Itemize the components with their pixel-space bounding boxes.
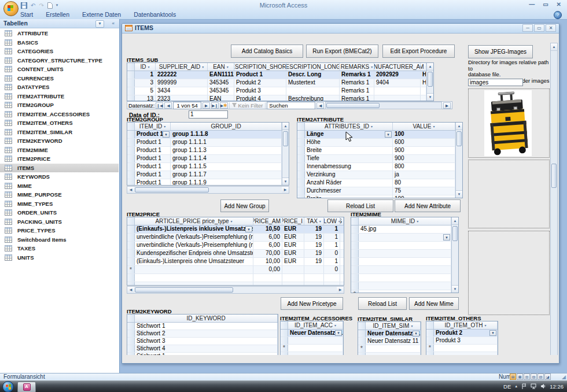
- table-row[interactable]: [426, 352, 498, 355]
- combo-dropdown-icon[interactable]: ▼: [335, 330, 342, 336]
- table-row[interactable]: [281, 352, 343, 355]
- table-cell[interactable]: Produkt 2▼: [434, 330, 498, 336]
- column-header-attributes-id[interactable]: ATTRIBUTES_ID▾: [305, 123, 393, 130]
- table-row[interactable]: ▼: [351, 234, 458, 242]
- column-header-id-item-sim[interactable]: ID_ITEM_SIM▾: [366, 322, 421, 330]
- table-cell[interactable]: 5: [135, 87, 156, 95]
- scrollbar-thumb[interactable]: [456, 131, 462, 146]
- table-cell[interactable]: [340, 242, 344, 249]
- table-cell[interactable]: group 1.1.1.7: [171, 171, 282, 179]
- record-selector[interactable]: [127, 242, 135, 249]
- maximize-button[interactable]: ▭: [543, 1, 548, 8]
- table-cell[interactable]: 2092929: [374, 71, 421, 79]
- record-selector[interactable]: [297, 155, 305, 162]
- recnav-scroll-left-icon[interactable]: ◀: [316, 102, 324, 109]
- nav-collapse-icon[interactable]: «: [112, 20, 115, 27]
- record-selector[interactable]: [351, 282, 359, 290]
- table-cell[interactable]: [359, 242, 451, 249]
- sidebar-item-mime-purpose[interactable]: MIME_PURPOSE: [0, 190, 119, 199]
- scroll-right-icon[interactable]: ▶: [282, 187, 289, 193]
- filter-indicator[interactable]: Kein Filter: [229, 102, 266, 109]
- record-selector[interactable]: [297, 131, 305, 138]
- table-cell[interactable]: Remarks 1: [340, 71, 374, 79]
- scroll-down-icon[interactable]: ▼: [282, 177, 289, 185]
- scroll-up-icon[interactable]: ▲: [282, 123, 289, 130]
- record-selector[interactable]: [297, 147, 305, 154]
- reload-list-button-2[interactable]: Reload List: [358, 297, 407, 310]
- table-cell[interactable]: group 1.1.1.1: [171, 139, 282, 146]
- table-cell[interactable]: group 1.1.1.4: [171, 155, 282, 162]
- sidebar-item-category-structure-type[interactable]: CATEGORY_STRUCTURE_TYPE: [0, 56, 119, 65]
- table-row[interactable]: 3999999345345Produkt 2MustertextRemarks …: [127, 79, 433, 87]
- scroll-up-icon[interactable]: ▲: [551, 43, 557, 51]
- table-row[interactable]: *: [281, 345, 343, 352]
- table-cell[interactable]: unverbindliche (Verkaufs-)Preisempfehlun…: [135, 242, 253, 249]
- column-header-id-item-oth[interactable]: ID_ITEM_OTH▾: [434, 321, 498, 329]
- table-cell[interactable]: [282, 282, 304, 286]
- table-row[interactable]: Durchmesser75: [297, 187, 462, 195]
- table-cell[interactable]: (Einkaufs-)Listenpreis ohne Umsatzsteuer: [135, 258, 253, 265]
- table-cell[interactable]: Mustertext: [286, 79, 340, 87]
- table-cell[interactable]: [304, 274, 324, 282]
- column-filter-icon[interactable]: ▾: [164, 124, 165, 128]
- table-cell[interactable]: [288, 352, 343, 355]
- record-selector[interactable]: [127, 258, 135, 265]
- table-cell[interactable]: H: [421, 71, 426, 79]
- record-selector[interactable]: [127, 250, 135, 257]
- column-filter-icon[interactable]: ▾: [417, 219, 418, 223]
- new-record-selector[interactable]: *: [281, 345, 288, 352]
- table-row[interactable]: (Einkaufs-)Listenpreis ohne Umsatzsteuer…: [127, 258, 344, 266]
- sidebar-item-currencies[interactable]: CURRENCIES: [0, 74, 119, 83]
- table-cell[interactable]: 2323: [156, 95, 208, 101]
- table-cell[interactable]: 9404: [374, 79, 421, 87]
- table-cell[interactable]: Produkt 3: [234, 87, 286, 95]
- scroll-down-icon[interactable]: ▼: [452, 285, 458, 293]
- select-all-corner[interactable]: [351, 217, 359, 225]
- form-view-button[interactable]: ▤: [510, 373, 516, 380]
- table-cell[interactable]: [359, 274, 451, 282]
- table-row[interactable]: Tiefe900: [297, 155, 462, 163]
- table-cell[interactable]: group 1.1.1.8: [171, 131, 282, 138]
- table-cell[interactable]: [282, 274, 304, 282]
- table-cell[interactable]: 19: [304, 242, 324, 249]
- column-header-mime-id[interactable]: MIME_ID▾: [359, 217, 451, 225]
- record-selector[interactable]: [281, 352, 288, 355]
- table-cell[interactable]: 345345: [208, 87, 234, 95]
- table-row[interactable]: *: [351, 290, 458, 293]
- item2group-horizontal-scrollbar[interactable]: ◀▶: [127, 186, 289, 194]
- form-maximize-button[interactable]: ▭: [534, 24, 544, 32]
- column-filter-icon[interactable]: ▾: [148, 65, 149, 69]
- record-selector[interactable]: [351, 250, 359, 257]
- run-export-button[interactable]: Run Export (BMECat2): [306, 45, 378, 58]
- table-row[interactable]: Stichwort 4: [127, 345, 278, 353]
- tab-datenbanktools[interactable]: Datenbanktools: [127, 10, 182, 19]
- tray-network-icon[interactable]: [531, 383, 537, 389]
- table-cell[interactable]: Neuer Datensatz 11: [366, 338, 421, 345]
- record-selector[interactable]: [127, 225, 135, 233]
- table-cell[interactable]: [253, 274, 282, 282]
- record-selector[interactable]: [297, 179, 305, 187]
- table-cell[interactable]: [135, 274, 253, 282]
- table-row[interactable]: Product 1group 1.1.1.1: [127, 139, 289, 147]
- column-header-id[interactable]: ID▾: [135, 63, 156, 71]
- form-minimize-button[interactable]: ─: [522, 24, 533, 32]
- search-input[interactable]: Suchen: [267, 102, 315, 109]
- data-of-id-field[interactable]: 1: [189, 110, 228, 119]
- sidebar-item-taxes[interactable]: TAXES: [0, 244, 119, 253]
- scroll-up-icon[interactable]: ▲: [456, 123, 462, 130]
- volume-icon[interactable]: [540, 383, 546, 389]
- record-selector[interactable]: [127, 179, 135, 186]
- column-header-article-price-price-type[interactable]: ARTICLE_PRICE price_type▾: [135, 217, 253, 225]
- column-header-price-am[interactable]: PRICE_AM▾: [253, 217, 282, 225]
- help-icon[interactable]: ?: [554, 11, 562, 19]
- new-record-selector[interactable]: *: [127, 266, 135, 273]
- sidebar-item-item2price[interactable]: ITEM2PRICE: [0, 154, 119, 164]
- table-row[interactable]: Kundenspezifischer Endpreis ohne Umsatzs…: [127, 250, 344, 258]
- table-row[interactable]: Verzinkungja: [297, 171, 462, 179]
- sidebar-item-categories[interactable]: CATEGORIES: [0, 47, 119, 56]
- add-new-mime-button[interactable]: Add New Mime: [409, 297, 459, 310]
- table-cell[interactable]: Verzinkung: [305, 171, 393, 179]
- tray-expand-icon[interactable]: ▲: [514, 384, 518, 388]
- column-filter-icon[interactable]: ▾: [371, 65, 373, 69]
- table-row[interactable]: Product 1group 1.1.1.9: [127, 179, 289, 186]
